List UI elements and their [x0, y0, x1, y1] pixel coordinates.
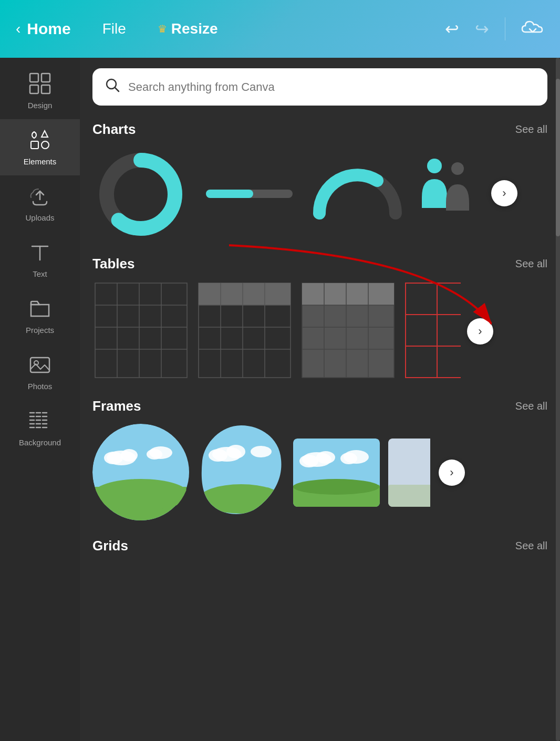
- table-item-red[interactable]: [403, 280, 461, 382]
- charts-scroll: ›: [92, 146, 547, 240]
- home-label: Home: [27, 20, 70, 38]
- file-menu[interactable]: File: [102, 20, 126, 37]
- frames-scroll: ›: [92, 423, 547, 522]
- grids-title: Grids: [92, 538, 128, 554]
- crown-icon: ♛: [158, 23, 167, 35]
- search-bar[interactable]: [92, 68, 547, 106]
- tables-header: Tables See all: [92, 256, 547, 272]
- charts-title: Charts: [92, 121, 136, 138]
- sidebar-projects-label: Projects: [26, 326, 54, 335]
- svg-point-67: [104, 452, 123, 464]
- sidebar-photos-label: Photos: [28, 382, 53, 391]
- svg-point-75: [251, 446, 272, 457]
- main-layout: Design Elements: [0, 58, 560, 741]
- svg-point-70: [147, 449, 162, 460]
- svg-rect-3: [42, 85, 50, 93]
- frames-section: Frames See all: [92, 398, 547, 522]
- svg-rect-5: [31, 141, 38, 149]
- svg-point-71: [199, 484, 283, 514]
- search-input[interactable]: [128, 80, 535, 94]
- chart-progress-bar[interactable]: [198, 175, 300, 212]
- sidebar-text-label: Text: [33, 269, 47, 278]
- svg-point-30: [427, 159, 442, 173]
- sidebar-item-design[interactable]: Design: [0, 63, 80, 119]
- svg-point-73: [209, 449, 227, 462]
- charts-section: Charts See all: [92, 121, 547, 240]
- sidebar-item-background[interactable]: Background: [0, 400, 80, 456]
- search-icon: [105, 78, 120, 96]
- svg-marker-4: [42, 131, 48, 137]
- svg-line-25: [115, 88, 119, 91]
- grids-see-all[interactable]: See all: [515, 540, 547, 552]
- redo-icon[interactable]: ↪: [475, 19, 489, 39]
- resize-label[interactable]: Resize: [171, 20, 218, 37]
- design-icon: [29, 72, 51, 98]
- sidebar-item-elements[interactable]: Elements: [0, 119, 80, 175]
- svg-rect-33: [95, 283, 187, 378]
- tables-title: Tables: [92, 256, 134, 272]
- sidebar: Design Elements: [0, 58, 80, 741]
- uploads-icon: [29, 185, 51, 210]
- charts-scroll-button[interactable]: ›: [491, 180, 517, 206]
- svg-point-80: [299, 455, 318, 467]
- sidebar-item-uploads[interactable]: Uploads: [0, 175, 80, 232]
- svg-point-6: [42, 141, 49, 149]
- frame-rect-landscape[interactable]: [293, 439, 380, 507]
- svg-rect-86: [388, 485, 430, 507]
- chart-donut[interactable]: [92, 146, 190, 240]
- scrollbar-thumb[interactable]: [556, 79, 560, 236]
- frames-see-all[interactable]: See all: [515, 400, 547, 412]
- svg-rect-29: [206, 190, 253, 198]
- sidebar-item-photos[interactable]: Photos: [0, 344, 80, 400]
- svg-rect-49: [302, 283, 394, 305]
- table-item-header[interactable]: [196, 280, 293, 382]
- svg-rect-2: [42, 74, 50, 82]
- nav-actions: ↩ ↪: [445, 17, 544, 40]
- svg-point-74: [226, 445, 245, 458]
- frames-title: Frames: [92, 398, 141, 414]
- sidebar-item-text[interactable]: Text: [0, 232, 80, 288]
- tables-scroll-button[interactable]: ›: [467, 318, 493, 345]
- undo-icon[interactable]: ↩: [445, 19, 459, 39]
- svg-rect-41: [199, 283, 291, 305]
- back-home-button[interactable]: ‹ Home: [16, 20, 71, 38]
- tables-see-all[interactable]: See all: [515, 258, 547, 270]
- frame-rect-partial[interactable]: [388, 439, 430, 507]
- resize-group: ♛ Resize: [158, 20, 218, 37]
- charts-header: Charts See all: [92, 121, 547, 138]
- frame-circle[interactable]: [92, 424, 190, 521]
- svg-rect-56: [406, 283, 461, 378]
- svg-rect-7: [30, 358, 49, 372]
- content-area: Charts See all: [80, 58, 560, 741]
- grids-header: Grids See all: [92, 538, 547, 554]
- frame-blob[interactable]: [198, 423, 285, 522]
- svg-rect-1: [30, 85, 38, 93]
- cloud-save-icon[interactable]: [521, 17, 544, 40]
- table-item-dark[interactable]: [299, 280, 397, 382]
- svg-point-83: [340, 453, 357, 464]
- svg-rect-0: [30, 74, 38, 82]
- sidebar-item-projects[interactable]: Projects: [0, 288, 80, 344]
- elements-icon: [29, 129, 51, 154]
- photos-icon: [29, 353, 51, 379]
- svg-point-81: [316, 451, 335, 464]
- svg-point-31: [451, 162, 464, 175]
- frames-scroll-button[interactable]: ›: [439, 460, 465, 486]
- sidebar-design-label: Design: [28, 101, 53, 110]
- charts-see-all[interactable]: See all: [515, 123, 547, 135]
- svg-point-78: [293, 479, 379, 495]
- table-item-plain[interactable]: [92, 280, 190, 382]
- sidebar-uploads-label: Uploads: [25, 213, 54, 222]
- svg-point-68: [121, 449, 138, 462]
- scrollbar[interactable]: [556, 58, 560, 741]
- back-arrow-icon: ‹: [16, 20, 20, 37]
- grids-section: Grids See all: [92, 538, 547, 554]
- chart-gauge[interactable]: [309, 161, 406, 226]
- chart-people[interactable]: [414, 150, 483, 236]
- svg-point-65: [92, 479, 189, 510]
- tables-section: Tables See all: [92, 256, 547, 382]
- nav-divider: [505, 17, 505, 40]
- top-nav: ‹ Home File ♛ Resize ↩ ↪: [0, 0, 560, 58]
- background-icon: [29, 410, 51, 435]
- tables-scroll: ›: [92, 280, 547, 382]
